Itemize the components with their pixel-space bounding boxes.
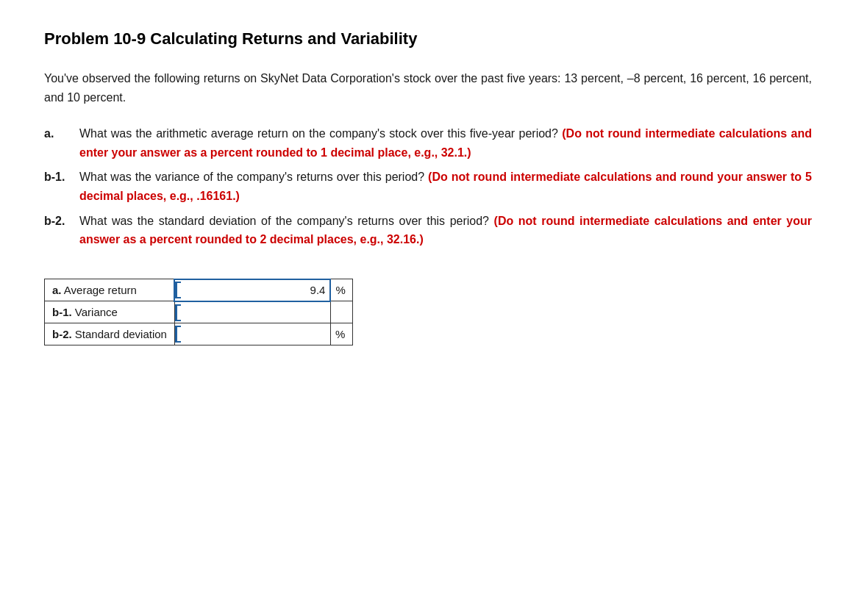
question-b2: b-2. What was the standard deviation of … xyxy=(44,212,812,249)
intro-text: You've observed the following returns on… xyxy=(44,69,812,107)
row-a-input[interactable] xyxy=(181,280,329,300)
row-b2-input-cell[interactable] xyxy=(174,323,330,345)
table-row-a: a. Average return % xyxy=(45,279,353,301)
table-row-b2: b-2. Standard deviation % xyxy=(45,323,353,345)
row-a-input-wrapper xyxy=(175,280,329,300)
question-a-label: a. xyxy=(44,124,79,162)
row-a-input-cell[interactable] xyxy=(174,279,330,301)
question-b2-text: What was the standard deviation of the c… xyxy=(79,212,812,249)
row-b1-label: b-1. Variance xyxy=(45,301,175,323)
table-row-b1: b-1. Variance xyxy=(45,301,353,323)
row-a-unit: % xyxy=(330,279,352,301)
row-b1-unit xyxy=(330,301,352,323)
row-b2-input-wrapper xyxy=(175,324,330,344)
row-b1-input-cell[interactable] xyxy=(174,301,330,323)
row-a-label-bold: a. xyxy=(52,284,62,296)
row-b2-label: b-2. Standard deviation xyxy=(45,323,175,345)
answer-table: a. Average return % b-1. Variance xyxy=(44,279,353,346)
row-a-bracket xyxy=(175,282,181,298)
question-a-text: What was the arithmetic average return o… xyxy=(79,124,812,162)
question-b2-label: b-2. xyxy=(44,212,79,249)
row-a-label: a. Average return xyxy=(45,279,175,301)
question-b1-highlight: (Do not round intermediate calculations … xyxy=(79,171,812,202)
row-b1-bracket xyxy=(175,304,181,321)
row-b1-label-bold: b-1. xyxy=(52,306,72,318)
row-b2-label-bold: b-2. xyxy=(52,328,72,340)
row-b2-unit: % xyxy=(330,323,352,345)
question-b1-text: What was the variance of the company's r… xyxy=(79,168,812,205)
question-a: a. What was the arithmetic average retur… xyxy=(44,124,812,162)
questions-section: a. What was the arithmetic average retur… xyxy=(44,124,812,249)
question-a-highlight: (Do not round intermediate calculations … xyxy=(79,127,812,159)
row-b2-bracket xyxy=(175,326,181,343)
row-b1-input-wrapper xyxy=(175,303,330,323)
row-b2-input[interactable] xyxy=(181,324,330,344)
question-b1-label: b-1. xyxy=(44,168,79,205)
question-b1: b-1. What was the variance of the compan… xyxy=(44,168,812,205)
row-b1-input[interactable] xyxy=(181,303,330,323)
problem-title: Problem 10-9 Calculating Returns and Var… xyxy=(44,29,812,49)
question-b2-highlight: (Do not round intermediate calculations … xyxy=(79,215,812,246)
